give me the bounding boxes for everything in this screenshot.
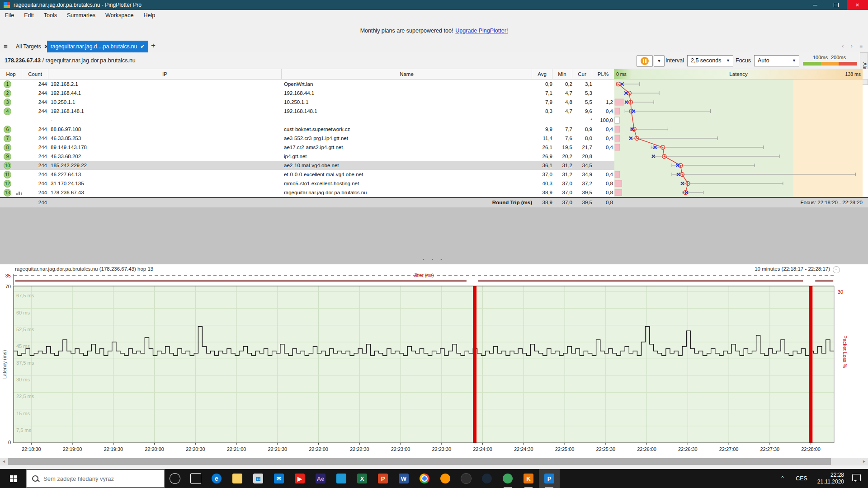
timeline-graph-icon: [16, 190, 23, 195]
target-address: 178.236.67.43 / ragequitar.nar.jag.dor.p…: [5, 52, 136, 69]
hop-badge: 7: [4, 135, 11, 142]
tab-active-label: ragequitar.nar.jag.d....pa.brutalcs.nu: [51, 43, 137, 50]
menu-workspace[interactable]: Workspace: [100, 12, 138, 19]
tab-scroll-icons[interactable]: ‹ › ≡: [842, 43, 865, 49]
col-ip[interactable]: IP: [48, 69, 282, 79]
table-row[interactable]: 4244192.168.148.1192.168.148.18,34,79,60…: [0, 107, 614, 116]
menu-tools[interactable]: Tools: [39, 12, 62, 19]
tray-date: 21.11.2020: [817, 479, 844, 485]
youtube-icon-glyph: ▶: [295, 474, 305, 483]
col-name[interactable]: Name: [282, 69, 532, 79]
edge-icon[interactable]: e: [206, 469, 227, 488]
table-row[interactable]: 1224431.170.24.135mmo5-sto1.excellent-ho…: [0, 179, 614, 188]
col-count[interactable]: Count: [22, 69, 48, 79]
window-bottom-strip: [0, 465, 868, 469]
focus-select[interactable]: Auto▼: [754, 55, 799, 66]
table-row[interactable]: 324410.250.1.110.250.1.17,94,85,51,2: [0, 98, 614, 107]
task-view-icon[interactable]: [185, 469, 206, 488]
col-avg[interactable]: Avg: [532, 69, 552, 79]
firefox-icon[interactable]: [435, 469, 456, 488]
menu-summaries[interactable]: Summaries: [62, 12, 100, 19]
hop-pl: 0,8: [591, 179, 613, 188]
control-bar: 178.236.67.43 / ragequitar.nar.jag.dor.p…: [0, 52, 868, 69]
menu-help[interactable]: Help: [138, 12, 160, 19]
hop-name: 192.168.44.1: [284, 89, 528, 98]
file-explorer-icon[interactable]: [227, 469, 248, 488]
notification-center-icon[interactable]: [852, 474, 861, 481]
pause-button[interactable]: [637, 55, 653, 67]
hop-ip: 192.168.2.1: [51, 80, 277, 89]
col-min[interactable]: Min: [552, 69, 572, 79]
start-button[interactable]: [0, 469, 26, 488]
hop-ip: 185.242.229.22: [51, 161, 277, 170]
tab-active-target[interactable]: ragequitar.nar.jag.d....pa.brutalcs.nu ✔: [47, 41, 148, 52]
focus-label: Focus: [736, 52, 751, 69]
hop-avg: 38,9: [532, 188, 552, 197]
mail-icon[interactable]: ✉: [269, 469, 289, 488]
pingplotter-icon[interactable]: P: [539, 469, 560, 488]
upgrade-link[interactable]: Upgrade PingPlotter!: [455, 28, 508, 34]
clock[interactable]: 22:28 21.11.2020: [813, 472, 849, 485]
steam-icon-glyph: [482, 474, 492, 483]
table-row[interactable]: -*100,0: [0, 116, 614, 125]
close-button[interactable]: ✕: [847, 0, 868, 10]
menu-edit[interactable]: Edit: [19, 12, 39, 19]
hop-pl: 100,0: [591, 116, 613, 125]
table-row[interactable]: 13244178.236.67.43ragequitar.nar.jag.dor…: [0, 188, 614, 197]
taskbar-search[interactable]: [26, 469, 165, 488]
scrollbar-thumb[interactable]: [8, 458, 831, 465]
upgrade-banner: Monthly plans are superpowered too! Upgr…: [0, 21, 868, 41]
maximize-button[interactable]: [826, 0, 847, 10]
table-row[interactable]: 1124446.227.64.13et-0-0-0-excellent.mal-…: [0, 170, 614, 179]
hop-min: 7,6: [552, 134, 572, 143]
hop-avg: 7,9: [532, 98, 552, 107]
steam-icon[interactable]: [476, 469, 497, 488]
table-row[interactable]: 2244192.168.44.1192.168.44.17,14,75,3: [0, 89, 614, 98]
hop-count: 244: [24, 134, 47, 143]
tab-all-targets[interactable]: All Targets ✕: [12, 41, 52, 52]
table-row[interactable]: 824489.149.143.178ae17.cr2-ams2.ip4.gtt.…: [0, 143, 614, 152]
chrome-icon[interactable]: [414, 469, 435, 488]
search-input[interactable]: [42, 475, 157, 483]
word-icon[interactable]: W: [393, 469, 414, 488]
new-tab-button[interactable]: +: [151, 41, 156, 50]
round-trip-count: 244: [24, 198, 47, 207]
empty-panel-area: [0, 207, 868, 264]
hop-count: 244: [24, 89, 47, 98]
menu-file[interactable]: File: [0, 12, 19, 19]
cortana-icon[interactable]: [165, 469, 185, 488]
panel-splitter-handle[interactable]: • • •: [0, 258, 868, 262]
after-effects-icon[interactable]: Ae: [310, 469, 331, 488]
scroll-left-arrow[interactable]: ◄: [0, 458, 8, 465]
table-row[interactable]: 724446.33.85.253ae3-552.cr3-prg1.ip4.gtt…: [0, 134, 614, 143]
table-row[interactable]: 1244192.168.2.1OpenWrt.lan0,90,23,1: [0, 80, 614, 89]
powerpoint-icon[interactable]: P: [373, 469, 393, 488]
scroll-right-arrow[interactable]: ►: [860, 458, 868, 465]
store-icon[interactable]: ⊞: [248, 469, 269, 488]
hop-avg: 0,9: [532, 80, 552, 89]
timeline-range-label: 10 minutes (22:18:17 - 22:28:17): [755, 264, 830, 274]
mail-icon-glyph: ✉: [274, 474, 284, 483]
table-row[interactable]: 10244185.242.229.22ae2-10.mal-vg4.obe.ne…: [0, 161, 614, 170]
youtube-icon[interactable]: ▶: [289, 469, 310, 488]
dark-app-icon[interactable]: [456, 469, 476, 488]
timeline-range-caret[interactable]: ⌄: [833, 266, 840, 273]
table-row[interactable]: 624488.86.97.108cust-boknet.supernetwork…: [0, 125, 614, 134]
file-explorer-icon-glyph: [232, 474, 242, 483]
round-trip-row: 244 Round Trip (ms) 38,9 37,0 39,5 0,8 F…: [0, 197, 868, 207]
pause-options-caret[interactable]: ▼: [654, 55, 665, 67]
minimize-button[interactable]: [804, 0, 826, 10]
edge-icon-glyph: e: [212, 474, 222, 483]
tab-menu-icon[interactable]: ≡: [4, 43, 8, 50]
photos-icon[interactable]: [331, 469, 352, 488]
col-hop[interactable]: Hop: [0, 69, 22, 79]
col-cur[interactable]: Cur: [572, 69, 592, 79]
col-pl[interactable]: PL%: [592, 69, 614, 79]
orange-app-icon[interactable]: K: [518, 469, 539, 488]
green-app-icon[interactable]: [497, 469, 518, 488]
excel-icon[interactable]: X: [352, 469, 373, 488]
language-indicator[interactable]: CES: [790, 475, 813, 482]
tray-expand-icon[interactable]: ⌃: [775, 475, 790, 482]
interval-select[interactable]: 2,5 seconds▼: [687, 55, 733, 66]
table-row[interactable]: 924446.33.68.202ip4.gtt.net26,920,220,8: [0, 152, 614, 161]
